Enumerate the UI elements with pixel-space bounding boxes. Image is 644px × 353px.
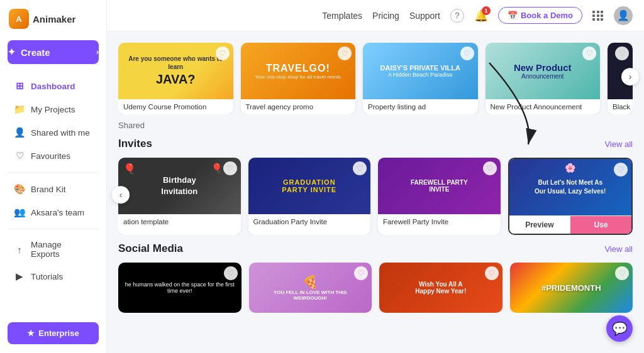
avatar-icon: 👤: [617, 9, 630, 21]
sidebar-item-label: Tutorials: [31, 272, 63, 281]
card-label: Black: [608, 99, 633, 114]
sidebar-item-favourites[interactable]: ♡ Favourites: [4, 144, 103, 167]
social-media-view-all[interactable]: View all: [604, 244, 633, 254]
prev-button[interactable]: ‹: [112, 186, 130, 204]
card-birthday[interactable]: BirthdayInvitation 🎈 🎈 ♡ ation template: [118, 158, 241, 235]
card-thumbnail: But Let's Not Meet AsOur Usual, Lazy Sel…: [509, 159, 632, 215]
card-graduation[interactable]: GRADUATIONPARTY INVITE ♡ Graduation Part…: [248, 158, 371, 235]
pricing-link[interactable]: Pricing: [372, 11, 399, 21]
export-icon: ↑: [14, 244, 25, 255]
card-thumbnail: 🍕 YOU FELL IN LOVE WITH THISWEIRDOUGH! ♡: [249, 263, 372, 313]
sidebar-item-label: Aksara's team: [31, 208, 84, 217]
sidebar-item-my-projects[interactable]: 📁 My Projects: [4, 98, 103, 121]
card-label: Property listing ad: [363, 99, 478, 114]
help-icon[interactable]: ?: [450, 9, 464, 23]
enterprise-label: Enterprise: [38, 329, 79, 338]
social-media-row-wrapper: he humans walked on the space for the fi…: [118, 263, 633, 313]
notification-badge: 1: [482, 6, 491, 15]
card-meetup[interactable]: But Let's Not Meet AsOur Usual, Lazy Sel…: [508, 158, 633, 235]
sidebar-nav: ⊞ Dashboard 📁 My Projects 👤 Shared with …: [0, 74, 106, 316]
person-icon: 👤: [14, 127, 25, 138]
card-udemy[interactable]: Are you someone who wants to learnJAVA? …: [118, 43, 233, 114]
favourite-icon[interactable]: ♡: [485, 266, 499, 280]
favourite-icon[interactable]: ♡: [354, 266, 368, 280]
templates-link[interactable]: Templates: [322, 11, 362, 21]
card-lanterns[interactable]: Wish You All AHappy New Year! ♡: [379, 263, 502, 313]
create-button[interactable]: ✦ Create ›: [8, 40, 99, 64]
sidebar-item-label: My Projects: [31, 105, 75, 114]
favourite-icon[interactable]: ♡: [582, 46, 596, 60]
card-newproduct[interactable]: New Product Announcement ♡ New Product A…: [486, 43, 601, 114]
card-overlay-text: #PRIDEMONTH: [510, 263, 633, 313]
favourite-icon[interactable]: ♡: [483, 161, 497, 175]
shared-section-label: Shared: [118, 119, 633, 133]
favourite-icon[interactable]: ♡: [223, 161, 237, 175]
sidebar-item-label: Manage Exports: [31, 240, 92, 259]
preview-button[interactable]: Preview: [509, 216, 571, 234]
card-farewell[interactable]: FAREWELL PARTYINVITE ♡ Farewell Party In…: [378, 158, 501, 235]
sidebar-item-dashboard[interactable]: ⊞ Dashboard: [4, 75, 103, 97]
favourite-icon[interactable]: ♡: [614, 163, 628, 176]
main-area: Templates Pricing Support ? 🔔 1 📅 Book a…: [107, 0, 644, 353]
card-thumbnail: #PRIDEMONTH ♡: [510, 263, 633, 313]
card-property[interactable]: DAISY'S PRIVATE VILLA A Hidden Beach Par…: [363, 43, 478, 114]
favourite-icon[interactable]: ♡: [216, 46, 230, 60]
sidebar-item-shared-with-me[interactable]: 👤 Shared with me: [4, 121, 103, 144]
book-demo-label: Book a Demo: [521, 11, 573, 20]
card-thumbnail: DAISY'S PRIVATE VILLA A Hidden Beach Par…: [363, 43, 478, 99]
favourite-icon[interactable]: ♡: [353, 161, 367, 175]
notification-bell[interactable]: 🔔 1: [474, 9, 488, 23]
card-travel[interactable]: TRAVELGO! Your one-stop shop for all tra…: [241, 43, 356, 114]
sidebar-item-label: Dashboard: [31, 82, 75, 91]
apps-grid-icon[interactable]: [592, 11, 604, 21]
logo-icon: A: [9, 9, 29, 29]
card-label: ation template: [118, 214, 241, 229]
card-space[interactable]: he humans walked on the space for the fi…: [118, 263, 242, 313]
invites-view-all[interactable]: View all: [604, 139, 633, 149]
chat-widget[interactable]: 💬: [606, 315, 633, 342]
palette-icon: 🎨: [14, 183, 25, 195]
favourite-icon[interactable]: ♡: [615, 266, 629, 280]
card-overlay-text: But Let's Not Meet AsOur Usual, Lazy Sel…: [509, 159, 632, 215]
sidebar-item-tutorials[interactable]: ▶ Tutorials: [4, 265, 103, 288]
enterprise-button[interactable]: ★ Enterprise: [8, 322, 99, 344]
card-pride[interactable]: #PRIDEMONTH ♡: [510, 263, 633, 313]
card-label: Graduation Party Invite: [248, 214, 371, 229]
next-button[interactable]: ›: [621, 68, 639, 85]
sidebar-item-aksara-team[interactable]: 👥 Aksara's team: [4, 201, 103, 224]
avatar[interactable]: 👤: [614, 6, 633, 25]
card-thumbnail: TRAVELGO! Your one-stop shop for all tra…: [241, 43, 356, 99]
card-label: New Product Announcement: [486, 99, 601, 114]
calendar-icon: 📅: [508, 11, 518, 20]
invites-title: Invites: [118, 138, 152, 150]
invites-row-wrapper: ‹ BirthdayInvitation 🎈 🎈 ♡ ation templat…: [118, 158, 633, 235]
favourite-icon[interactable]: ♡: [615, 46, 629, 60]
card-overlay-text: Wish You All AHappy New Year!: [379, 263, 502, 313]
sidebar-item-manage-exports[interactable]: ↑ Manage Exports: [4, 234, 103, 264]
sidebar-item-label: Brand Kit: [31, 185, 66, 194]
favourite-icon[interactable]: ♡: [460, 46, 474, 60]
card-thumbnail: he humans walked on the space for the fi…: [118, 263, 242, 313]
card-overlay-text: 🍕 YOU FELL IN LOVE WITH THISWEIRDOUGH!: [249, 263, 372, 313]
favourite-icon[interactable]: ♡: [224, 266, 238, 280]
card-overlay-text: FAREWELL PARTYINVITE: [378, 158, 501, 214]
shared-text: Shared: [118, 121, 145, 130]
sidebar-item-brand-kit[interactable]: 🎨 Brand Kit: [4, 178, 103, 200]
card-label: Travel agency promo: [241, 99, 356, 114]
card-overlay-text: he humans walked on the space for the fi…: [118, 263, 242, 313]
social-media-title: Social Media: [118, 242, 183, 255]
social-media-cards: he humans walked on the space for the fi…: [118, 263, 633, 313]
card-overlay-text: BirthdayInvitation 🎈 🎈: [118, 158, 241, 214]
book-demo-button[interactable]: 📅 Book a Demo: [498, 7, 582, 24]
card-thumbnail: FAREWELL PARTYINVITE ♡: [378, 158, 501, 214]
card-label: Udemy Course Promotion: [118, 99, 233, 114]
sidebar: A Animaker ✦ Create › ⊞ Dashboard 📁 My P…: [0, 0, 107, 353]
favourite-icon[interactable]: ♡: [338, 46, 352, 60]
card-actions: Preview Use: [509, 215, 632, 234]
heart-icon: ♡: [14, 150, 25, 161]
support-link[interactable]: Support: [409, 11, 440, 21]
card-thumbnail: GRADUATIONPARTY INVITE ♡: [248, 158, 371, 214]
logo-text: Animaker: [33, 14, 75, 24]
use-button[interactable]: Use: [570, 216, 631, 234]
card-pizza[interactable]: 🍕 YOU FELL IN LOVE WITH THISWEIRDOUGH! ♡: [249, 263, 372, 313]
